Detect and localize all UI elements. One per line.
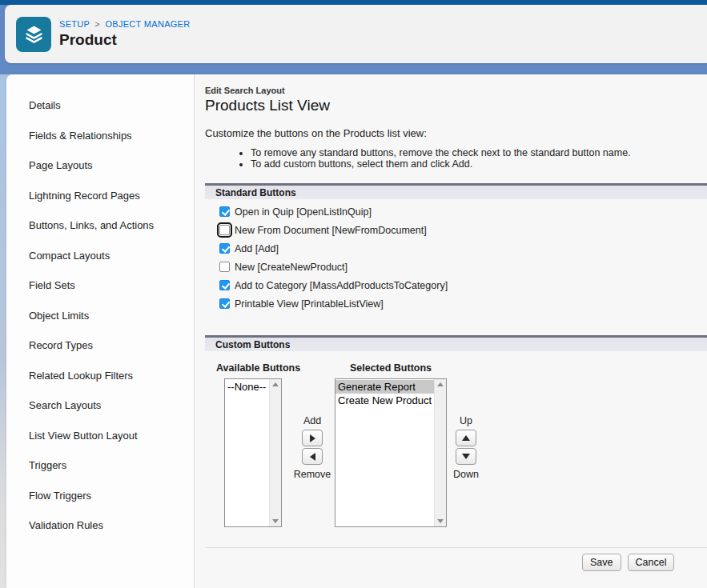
standard-buttons-list: Open in Quip [OpenListInQuip]New From Do…	[205, 199, 707, 322]
checkbox-add-to-category[interactable]	[219, 280, 230, 290]
arrow-down-icon	[462, 454, 470, 459]
sidebar-item-details[interactable]: Details	[6, 90, 194, 121]
up-down-column: Up Down	[450, 362, 482, 480]
checkbox-label: New From Document [NewFromDocument]	[235, 225, 427, 236]
save-button[interactable]: Save	[582, 554, 621, 571]
remove-button[interactable]	[302, 448, 323, 465]
intro-text: Customize the buttons on the Products li…	[205, 127, 707, 139]
selected-buttons-label: Selected Buttons	[335, 362, 447, 378]
action-footer: Save Cancel	[205, 547, 707, 571]
arrow-left-icon	[310, 453, 315, 461]
layers-icon	[23, 23, 45, 45]
checkbox-row-new: New [CreateNewProduct]	[219, 262, 707, 272]
product-object-icon	[16, 17, 51, 52]
sidebar-item-compact-layouts[interactable]: Compact Layouts	[6, 241, 194, 271]
page-title: Product	[59, 31, 191, 49]
breadcrumb-separator: >	[94, 19, 100, 29]
remove-label: Remove	[294, 469, 331, 480]
sidebar-item-list-view-button-layout[interactable]: List View Button Layout	[6, 421, 194, 451]
main-panel: Edit Search Layout Products List View Cu…	[195, 74, 707, 588]
option-create-new-product[interactable]: Create New Product	[335, 394, 434, 407]
checkbox-label: Printable View [PrintableListView]	[235, 298, 384, 310]
selected-listbox-scrollbar[interactable]	[434, 379, 446, 526]
selected-buttons-column: Selected Buttons Generate ReportCreate N…	[335, 362, 447, 527]
sidebar-item-triggers[interactable]: Triggers	[6, 450, 194, 481]
checkbox-add[interactable]	[219, 243, 230, 254]
page-header: SETUP > OBJECT MANAGER Product	[0, 0, 707, 74]
breadcrumb-object-manager-link[interactable]: OBJECT MANAGER	[105, 19, 190, 29]
sidebar-item-page-layouts[interactable]: Page Layouts	[6, 150, 194, 181]
content-card: DetailsFields & RelationshipsPage Layout…	[6, 74, 707, 588]
scroll-down-icon[interactable]	[437, 519, 444, 523]
sidebar-item-related-lookup-filters[interactable]: Related Lookup Filters	[6, 361, 194, 391]
available-listbox-scrollbar[interactable]	[269, 379, 281, 526]
sidebar-item-fields-relationships[interactable]: Fields & Relationships	[6, 121, 194, 151]
custom-buttons-section-header: Custom Buttons	[205, 335, 707, 351]
checkbox-new-from-document[interactable]	[219, 225, 230, 235]
sidebar-item-object-limits[interactable]: Object Limits	[6, 301, 194, 331]
option-none[interactable]: --None--	[225, 380, 269, 394]
scroll-up-icon[interactable]	[437, 382, 444, 386]
checkbox-row-open-in-quip: Open in Quip [OpenListInQuip]	[219, 206, 707, 217]
checkbox-label: Add [Add]	[235, 243, 279, 254]
checkbox-printable-view[interactable]	[219, 298, 230, 309]
available-buttons-options: --None--	[225, 379, 269, 526]
checkbox-row-printable-view: Printable View [PrintableListView]	[219, 298, 707, 309]
available-buttons-label: Available Buttons	[216, 362, 282, 378]
move-down-button[interactable]	[456, 448, 476, 465]
cancel-button[interactable]: Cancel	[628, 554, 675, 571]
custom-buttons-area: Available Buttons --None-- Add	[205, 351, 707, 527]
arrow-up-icon	[462, 435, 470, 441]
add-remove-column: Add Remove	[293, 362, 331, 480]
option-generate-report[interactable]: Generate Report	[335, 380, 434, 394]
instruction-item: To add custom buttons, select them and c…	[251, 158, 707, 170]
sidebar-item-search-layouts[interactable]: Search Layouts	[6, 390, 194, 421]
add-label: Add	[303, 415, 321, 426]
instruction-item: To remove any standard buttons, remove t…	[251, 147, 707, 158]
checkbox-label: Add to Category [MassAddProductsToCatego…	[235, 280, 448, 291]
breadcrumb-setup-link[interactable]: SETUP	[59, 19, 90, 29]
standard-buttons-section-header: Standard Buttons	[205, 183, 707, 199]
available-buttons-listbox[interactable]: --None--	[224, 378, 282, 527]
up-label: Up	[460, 415, 472, 426]
checkbox-row-add-to-category: Add to Category [MassAddProductsToCatego…	[219, 280, 707, 290]
selected-buttons-listbox[interactable]: Generate ReportCreate New Product	[335, 378, 447, 527]
arrow-right-icon	[310, 434, 315, 442]
sidebar-item-lightning-record-pages[interactable]: Lightning Record Pages	[6, 181, 194, 211]
move-up-button[interactable]	[456, 430, 476, 446]
scroll-down-icon[interactable]	[272, 519, 279, 523]
checkbox-label: Open in Quip [OpenListInQuip]	[235, 206, 372, 218]
object-header-card: SETUP > OBJECT MANAGER Product	[5, 5, 707, 63]
header-text-block: SETUP > OBJECT MANAGER Product	[59, 19, 191, 49]
checkbox-new[interactable]	[219, 262, 230, 272]
selected-buttons-options: Generate ReportCreate New Product	[335, 379, 434, 526]
checkbox-label: New [CreateNewProduct]	[235, 262, 347, 273]
down-label: Down	[453, 469, 479, 480]
sidebar-item-buttons-links-and-actions[interactable]: Buttons, Links, and Actions	[6, 210, 194, 241]
content-wrapper: DetailsFields & RelationshipsPage Layout…	[0, 74, 707, 588]
scroll-up-icon[interactable]	[272, 382, 279, 386]
products-list-view-title: Products List View	[205, 97, 707, 114]
checkbox-open-in-quip[interactable]	[219, 206, 230, 217]
sidebar-item-validation-rules[interactable]: Validation Rules	[6, 510, 194, 541]
edit-search-layout-label: Edit Search Layout	[205, 86, 707, 95]
instruction-list: To remove any standard buttons, remove t…	[205, 147, 707, 170]
checkbox-row-add: Add [Add]	[219, 243, 707, 254]
sidebar-item-record-types[interactable]: Record Types	[6, 330, 194, 361]
sidebar-item-flow-triggers[interactable]: Flow Triggers	[6, 481, 194, 511]
available-buttons-column: Available Buttons --None--	[224, 362, 282, 527]
sidebar-item-field-sets[interactable]: Field Sets	[6, 270, 194, 301]
breadcrumb: SETUP > OBJECT MANAGER	[59, 19, 191, 29]
checkbox-row-new-from-document: New From Document [NewFromDocument]	[219, 225, 707, 235]
sidebar-nav: DetailsFields & RelationshipsPage Layout…	[6, 74, 195, 588]
add-button[interactable]	[302, 430, 323, 446]
